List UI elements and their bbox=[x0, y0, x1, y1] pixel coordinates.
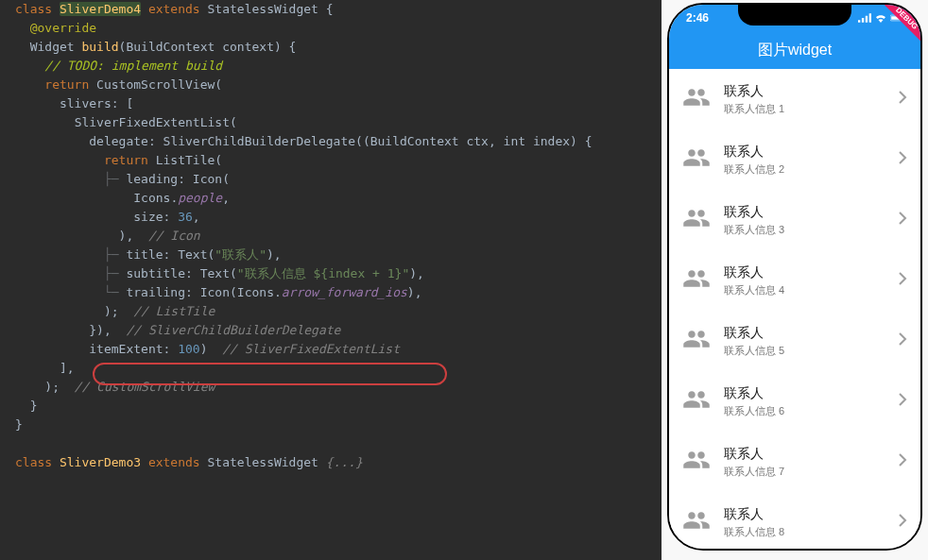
tile-subtitle: 联系人信息 6 bbox=[724, 404, 885, 418]
comment-sliverfel: // SliverFixedExtentList bbox=[208, 342, 401, 356]
phone-frame: DEBUG 2:46 图片widget 联系人联系人信息 1联系人联系人信息 2… bbox=[667, 3, 922, 551]
ctor-icon: Icon bbox=[193, 172, 222, 186]
tile-body: 联系人联系人信息 4 bbox=[724, 264, 885, 297]
list-tile[interactable]: 联系人联系人信息 3 bbox=[669, 190, 920, 250]
close-build: } bbox=[30, 399, 38, 413]
tile-title: 联系人 bbox=[724, 506, 885, 523]
close-class: } bbox=[15, 417, 23, 432]
slivers-label: slivers: [ bbox=[60, 96, 133, 110]
list-tile[interactable]: 联系人联系人信息 4 bbox=[669, 250, 920, 311]
method-build: build bbox=[81, 40, 118, 54]
people-icon bbox=[682, 506, 711, 538]
list-tile[interactable]: 联系人联系人信息 6 bbox=[669, 371, 920, 432]
people-icon bbox=[682, 446, 711, 478]
tile-body: 联系人联系人信息 5 bbox=[724, 325, 885, 358]
chevron-right-icon bbox=[898, 272, 907, 289]
ctor-sliverfel: SliverFixedExtentList bbox=[75, 115, 230, 129]
highlight-box bbox=[93, 363, 447, 385]
comment-scbd: // SliverChildBuilderDelegate bbox=[112, 323, 341, 337]
app-bar-title: 图片widget bbox=[758, 41, 832, 60]
people-icon bbox=[682, 144, 711, 176]
watermark: https://blog.csdn.net/yong_19930826 bbox=[710, 533, 880, 544]
ctor-csv: CustomScrollView bbox=[96, 77, 215, 92]
ctor-scbd: SliverChildBuilderDelegate bbox=[163, 134, 356, 148]
list-tile[interactable]: 联系人联系人信息 7 bbox=[669, 432, 920, 492]
chevron-right-icon bbox=[898, 514, 907, 531]
tile-title: 联系人 bbox=[724, 446, 885, 463]
ctor-listtile: ListTile bbox=[156, 153, 215, 167]
kw-extends: extends bbox=[148, 2, 200, 16]
tile-title: 联系人 bbox=[724, 83, 885, 100]
tile-subtitle: 联系人信息 5 bbox=[724, 344, 885, 358]
kw-return: return bbox=[44, 77, 96, 92]
tile-body: 联系人联系人信息 6 bbox=[724, 385, 885, 418]
chevron-right-icon bbox=[898, 91, 907, 108]
code-editor-pane: class SliverDemo4 extends StatelessWidge… bbox=[0, 0, 662, 560]
tile-title: 联系人 bbox=[724, 325, 885, 342]
code-block[interactable]: class SliverDemo4 extends StatelessWidge… bbox=[6, 0, 662, 472]
str-subtitle: "联系人信息 ${index + 1}" bbox=[237, 266, 409, 280]
people-icon bbox=[682, 325, 711, 357]
size-36: 36 bbox=[178, 210, 193, 224]
todo-comment: // TODO: implement build bbox=[44, 59, 222, 73]
chevron-right-icon bbox=[898, 332, 907, 349]
class-name-sliverdemo3: SliverDemo3 bbox=[60, 455, 141, 469]
tile-title: 联系人 bbox=[724, 204, 885, 221]
app-bar: 图片widget bbox=[669, 31, 920, 69]
tile-subtitle: 联系人信息 4 bbox=[724, 283, 885, 297]
comment-icon: // Icon bbox=[133, 229, 199, 243]
tile-body: 联系人联系人信息 2 bbox=[724, 144, 885, 177]
tile-body: 联系人联系人信息 7 bbox=[724, 446, 885, 479]
tile-body: 联系人联系人信息 3 bbox=[724, 204, 885, 237]
kw-class: class bbox=[15, 2, 52, 16]
people-icon bbox=[682, 83, 711, 115]
list-tile[interactable]: 联系人联系人信息 5 bbox=[669, 311, 920, 371]
icons-arrow-forward: arrow_forward_ios bbox=[282, 285, 407, 299]
tile-subtitle: 联系人信息 2 bbox=[724, 162, 885, 177]
build-params: (BuildContext context) bbox=[119, 40, 282, 54]
status-time: 2:46 bbox=[686, 11, 709, 25]
chevron-right-icon bbox=[898, 151, 907, 168]
tile-body: 联系人联系人信息 1 bbox=[724, 83, 885, 116]
comment-listtile: // ListTile bbox=[119, 304, 215, 318]
base-class: StatelessWidget bbox=[208, 2, 318, 16]
wifi-icon bbox=[874, 13, 887, 23]
return-type: Widget bbox=[30, 40, 75, 54]
tile-title: 联系人 bbox=[724, 385, 885, 402]
paren: ( bbox=[215, 77, 222, 92]
brace-open-build: { bbox=[282, 40, 297, 54]
tile-title: 联系人 bbox=[724, 144, 885, 161]
icons-people: people bbox=[178, 191, 222, 205]
tile-subtitle: 联系人信息 7 bbox=[724, 465, 885, 479]
phone-simulator-pane: DEBUG 2:46 图片widget 联系人联系人信息 1联系人联系人信息 2… bbox=[662, 0, 928, 560]
tile-subtitle: 联系人信息 1 bbox=[724, 102, 885, 116]
chevron-right-icon bbox=[898, 393, 907, 410]
annotation-override: @override bbox=[30, 21, 96, 35]
signal-icon bbox=[858, 13, 871, 23]
people-icon bbox=[682, 385, 711, 417]
str-title: "联系人" bbox=[215, 247, 266, 262]
item-extent-100: 100 bbox=[178, 342, 199, 356]
list-tile[interactable]: 联系人联系人信息 1 bbox=[669, 69, 920, 129]
brace-open: { bbox=[318, 2, 334, 16]
folded-body[interactable]: {...} bbox=[318, 455, 363, 469]
tile-subtitle: 联系人信息 3 bbox=[724, 223, 885, 237]
list-body[interactable]: 联系人联系人信息 1联系人联系人信息 2联系人联系人信息 3联系人联系人信息 4… bbox=[669, 69, 920, 549]
tile-title: 联系人 bbox=[724, 264, 885, 281]
chevron-right-icon bbox=[898, 453, 907, 470]
list-tile[interactable]: 联系人联系人信息 2 bbox=[669, 129, 920, 190]
class-name-sliverdemo4: SliverDemo4 bbox=[60, 2, 141, 16]
people-icon bbox=[682, 204, 711, 236]
phone-notch bbox=[738, 5, 851, 25]
chevron-right-icon bbox=[898, 212, 907, 229]
people-icon bbox=[682, 264, 711, 297]
